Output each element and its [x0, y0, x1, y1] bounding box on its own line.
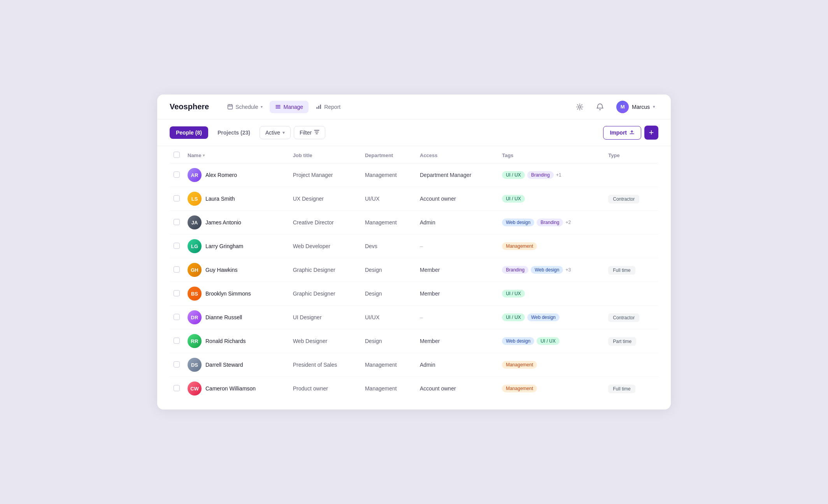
person-avatar: DR	[188, 310, 202, 324]
row-checkbox[interactable]	[174, 385, 180, 391]
active-filter-chevron-icon: ▾	[282, 130, 285, 135]
type-cell	[604, 234, 658, 258]
nav-item-manage[interactable]: Manage	[270, 101, 309, 113]
tag-badge: Web design	[531, 266, 563, 274]
dash: –	[420, 314, 423, 320]
person-avatar: LG	[188, 239, 202, 253]
type-cell: Contractor	[604, 187, 658, 211]
row-checkbox[interactable]	[174, 243, 180, 249]
row-checkbox[interactable]	[174, 361, 180, 368]
table-row: JA James Antonio Creative DirectorManage…	[170, 211, 658, 234]
row-checkbox[interactable]	[174, 219, 180, 225]
department-cell: Management	[361, 377, 416, 401]
settings-button[interactable]	[573, 100, 587, 114]
dash: –	[420, 243, 423, 249]
row-checkbox[interactable]	[174, 338, 180, 344]
person-avatar: RR	[188, 334, 202, 348]
people-table-wrap: Name ▾ Job title Department Access Tags …	[157, 146, 671, 410]
department-cell: Design	[361, 282, 416, 306]
notifications-button[interactable]	[593, 100, 607, 114]
people-table: Name ▾ Job title Department Access Tags …	[170, 146, 658, 400]
row-checkbox[interactable]	[174, 266, 180, 273]
sort-icon: ▾	[203, 153, 205, 158]
job-title-cell: Product owner	[289, 377, 361, 401]
filter-button[interactable]: Filter	[294, 126, 325, 139]
tag-badge: UI / UX	[502, 313, 525, 321]
type-badge: Full time	[608, 385, 635, 393]
svg-rect-0	[228, 105, 232, 109]
col-name-label: Name	[188, 152, 201, 158]
col-tags-label: Tags	[498, 146, 604, 163]
person-avatar: CW	[188, 382, 202, 396]
access-cell: Department Manager	[416, 163, 498, 187]
job-title-cell: President of Sales	[289, 353, 361, 377]
row-checkbox[interactable]	[174, 172, 180, 178]
person-name: Guy Hawkins	[205, 267, 237, 273]
department-cell: UI/UX	[361, 306, 416, 329]
row-checkbox[interactable]	[174, 195, 180, 201]
person-name: Larry Gringham	[205, 243, 243, 249]
upload-icon	[629, 130, 635, 136]
avatar-initials: GH	[191, 267, 198, 273]
person-name: Laura Smith	[205, 196, 235, 202]
type-cell: Contractor	[604, 306, 658, 329]
nav-items: Schedule ▾ Manage	[221, 101, 573, 113]
tags-cell: BrandingWeb design+3	[498, 258, 604, 282]
person-cell: DS Darrell Steward	[188, 358, 285, 372]
row-checkbox[interactable]	[174, 314, 180, 320]
import-button[interactable]: Import	[603, 126, 641, 140]
type-badge: Contractor	[608, 313, 639, 322]
nav-item-report[interactable]: Report	[310, 101, 346, 113]
access-cell: –	[416, 306, 498, 329]
person-avatar: BS	[188, 287, 202, 301]
table-row: DS Darrell Steward President of SalesMan…	[170, 353, 658, 377]
select-all-checkbox[interactable]	[174, 152, 180, 158]
person-name: Alex Romero	[205, 172, 237, 178]
department-cell: Management	[361, 353, 416, 377]
type-badge: Contractor	[608, 195, 639, 203]
filter-icon	[314, 130, 319, 136]
tags-container: Management	[502, 361, 600, 369]
avatar-initials: RR	[191, 338, 198, 344]
avatar-initials: DS	[191, 362, 198, 368]
nav-item-schedule[interactable]: Schedule ▾	[221, 101, 268, 113]
tags-cell: Management	[498, 353, 604, 377]
svg-rect-2	[318, 106, 319, 109]
tab-projects[interactable]: Projects (23)	[211, 126, 256, 139]
tag-badge: Management	[502, 242, 537, 250]
access-cell: –	[416, 234, 498, 258]
job-title-cell: UX Designer	[289, 187, 361, 211]
tags-cell: Web designUI / UX	[498, 329, 604, 353]
person-avatar: GH	[188, 263, 202, 277]
table-row: AR Alex Romero Project ManagerManagement…	[170, 163, 658, 187]
department-cell: Management	[361, 211, 416, 234]
tag-badge: UI / UX	[502, 195, 525, 203]
type-cell	[604, 353, 658, 377]
tag-badge: Management	[502, 361, 537, 369]
tag-badge: Web design	[527, 313, 560, 321]
add-button[interactable]: +	[644, 126, 658, 140]
row-checkbox[interactable]	[174, 290, 180, 296]
active-filter-button[interactable]: Active ▾	[260, 126, 291, 139]
type-cell: Part time	[604, 329, 658, 353]
list-icon	[275, 104, 281, 110]
tags-cell: Web designBranding+2	[498, 211, 604, 234]
person-name: Darrell Steward	[205, 362, 243, 368]
user-menu[interactable]: M Marcus ▾	[613, 99, 658, 115]
person-avatar: AR	[188, 168, 202, 182]
svg-point-4	[579, 106, 581, 108]
tab-people[interactable]: People (8)	[170, 126, 208, 139]
extra-tags-count: +2	[565, 220, 571, 225]
chevron-down-icon: ▾	[261, 105, 263, 109]
department-cell: UI/UX	[361, 187, 416, 211]
avatar-initials: CW	[190, 386, 199, 392]
svg-rect-3	[320, 105, 321, 109]
table-row: CW Cameron Williamson Product ownerManag…	[170, 377, 658, 401]
person-avatar: JA	[188, 215, 202, 229]
tag-badge: Web design	[502, 219, 534, 226]
person-cell: CW Cameron Williamson	[188, 382, 285, 396]
table-row: LG Larry Gringham Web DeveloperDevs–Mana…	[170, 234, 658, 258]
person-cell: BS Brooklyn Simmons	[188, 287, 285, 301]
tags-cell: Management	[498, 377, 604, 401]
tags-cell: UI / UX	[498, 282, 604, 306]
